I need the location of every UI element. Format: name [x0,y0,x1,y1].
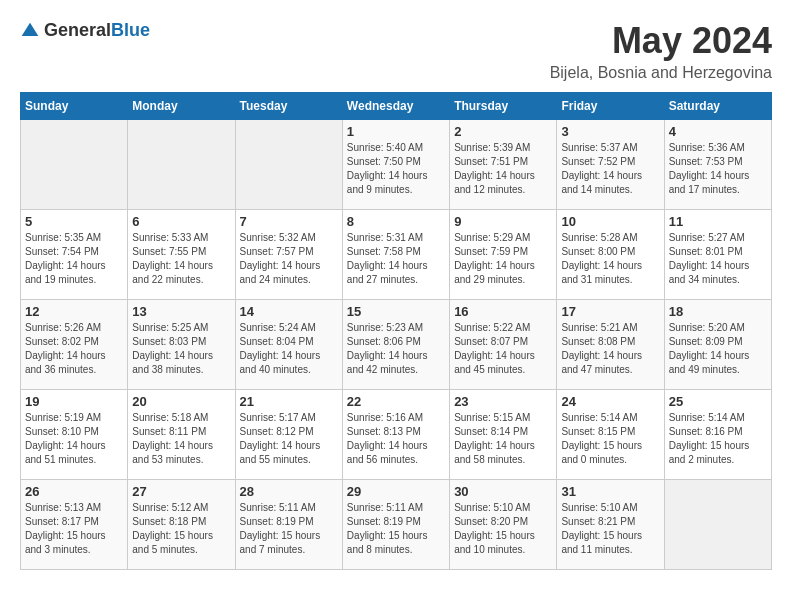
calendar-cell: 8Sunrise: 5:31 AM Sunset: 7:58 PM Daylig… [342,210,449,300]
calendar-cell: 11Sunrise: 5:27 AM Sunset: 8:01 PM Dayli… [664,210,771,300]
day-number: 7 [240,214,338,229]
day-info: Sunrise: 5:19 AM Sunset: 8:10 PM Dayligh… [25,411,123,467]
day-info: Sunrise: 5:18 AM Sunset: 8:11 PM Dayligh… [132,411,230,467]
calendar-cell: 28Sunrise: 5:11 AM Sunset: 8:19 PM Dayli… [235,480,342,570]
day-info: Sunrise: 5:20 AM Sunset: 8:09 PM Dayligh… [669,321,767,377]
day-number: 25 [669,394,767,409]
day-number: 15 [347,304,445,319]
calendar-cell: 24Sunrise: 5:14 AM Sunset: 8:15 PM Dayli… [557,390,664,480]
day-number: 3 [561,124,659,139]
week-row-3: 19Sunrise: 5:19 AM Sunset: 8:10 PM Dayli… [21,390,772,480]
weekday-header-tuesday: Tuesday [235,93,342,120]
day-number: 27 [132,484,230,499]
day-info: Sunrise: 5:39 AM Sunset: 7:51 PM Dayligh… [454,141,552,197]
weekday-header-row: SundayMondayTuesdayWednesdayThursdayFrid… [21,93,772,120]
day-info: Sunrise: 5:11 AM Sunset: 8:19 PM Dayligh… [347,501,445,557]
main-title: May 2024 [550,20,772,62]
day-number: 19 [25,394,123,409]
calendar-cell: 25Sunrise: 5:14 AM Sunset: 8:16 PM Dayli… [664,390,771,480]
day-number: 9 [454,214,552,229]
day-number: 17 [561,304,659,319]
calendar-cell: 15Sunrise: 5:23 AM Sunset: 8:06 PM Dayli… [342,300,449,390]
day-number: 20 [132,394,230,409]
calendar-cell [21,120,128,210]
day-number: 24 [561,394,659,409]
day-number: 21 [240,394,338,409]
day-info: Sunrise: 5:36 AM Sunset: 7:53 PM Dayligh… [669,141,767,197]
calendar-cell: 4Sunrise: 5:36 AM Sunset: 7:53 PM Daylig… [664,120,771,210]
header: GeneralBlue May 2024 Bijela, Bosnia and … [20,20,772,82]
day-info: Sunrise: 5:14 AM Sunset: 8:15 PM Dayligh… [561,411,659,467]
day-info: Sunrise: 5:10 AM Sunset: 8:21 PM Dayligh… [561,501,659,557]
day-info: Sunrise: 5:40 AM Sunset: 7:50 PM Dayligh… [347,141,445,197]
logo-icon [20,21,40,41]
weekday-header-wednesday: Wednesday [342,93,449,120]
day-info: Sunrise: 5:14 AM Sunset: 8:16 PM Dayligh… [669,411,767,467]
day-info: Sunrise: 5:21 AM Sunset: 8:08 PM Dayligh… [561,321,659,377]
day-number: 2 [454,124,552,139]
calendar-cell: 22Sunrise: 5:16 AM Sunset: 8:13 PM Dayli… [342,390,449,480]
calendar-cell: 1Sunrise: 5:40 AM Sunset: 7:50 PM Daylig… [342,120,449,210]
day-number: 13 [132,304,230,319]
weekday-header-thursday: Thursday [450,93,557,120]
day-info: Sunrise: 5:24 AM Sunset: 8:04 PM Dayligh… [240,321,338,377]
calendar-cell: 16Sunrise: 5:22 AM Sunset: 8:07 PM Dayli… [450,300,557,390]
day-info: Sunrise: 5:25 AM Sunset: 8:03 PM Dayligh… [132,321,230,377]
logo-text-general: General [44,20,111,40]
day-info: Sunrise: 5:11 AM Sunset: 8:19 PM Dayligh… [240,501,338,557]
weekday-header-friday: Friday [557,93,664,120]
day-info: Sunrise: 5:35 AM Sunset: 7:54 PM Dayligh… [25,231,123,287]
weekday-header-sunday: Sunday [21,93,128,120]
calendar-cell: 18Sunrise: 5:20 AM Sunset: 8:09 PM Dayli… [664,300,771,390]
calendar-cell: 5Sunrise: 5:35 AM Sunset: 7:54 PM Daylig… [21,210,128,300]
calendar-cell [664,480,771,570]
calendar-cell: 30Sunrise: 5:10 AM Sunset: 8:20 PM Dayli… [450,480,557,570]
calendar-cell: 13Sunrise: 5:25 AM Sunset: 8:03 PM Dayli… [128,300,235,390]
day-info: Sunrise: 5:16 AM Sunset: 8:13 PM Dayligh… [347,411,445,467]
svg-marker-0 [22,22,39,35]
week-row-1: 5Sunrise: 5:35 AM Sunset: 7:54 PM Daylig… [21,210,772,300]
day-number: 8 [347,214,445,229]
week-row-2: 12Sunrise: 5:26 AM Sunset: 8:02 PM Dayli… [21,300,772,390]
calendar-cell: 7Sunrise: 5:32 AM Sunset: 7:57 PM Daylig… [235,210,342,300]
day-number: 1 [347,124,445,139]
day-info: Sunrise: 5:27 AM Sunset: 8:01 PM Dayligh… [669,231,767,287]
day-number: 6 [132,214,230,229]
calendar-cell: 3Sunrise: 5:37 AM Sunset: 7:52 PM Daylig… [557,120,664,210]
day-number: 29 [347,484,445,499]
calendar-cell [128,120,235,210]
calendar-cell [235,120,342,210]
calendar-cell: 21Sunrise: 5:17 AM Sunset: 8:12 PM Dayli… [235,390,342,480]
day-number: 11 [669,214,767,229]
logo: GeneralBlue [20,20,150,41]
calendar-cell: 19Sunrise: 5:19 AM Sunset: 8:10 PM Dayli… [21,390,128,480]
week-row-4: 26Sunrise: 5:13 AM Sunset: 8:17 PM Dayli… [21,480,772,570]
day-info: Sunrise: 5:17 AM Sunset: 8:12 PM Dayligh… [240,411,338,467]
day-info: Sunrise: 5:28 AM Sunset: 8:00 PM Dayligh… [561,231,659,287]
day-number: 5 [25,214,123,229]
day-number: 18 [669,304,767,319]
day-number: 23 [454,394,552,409]
day-number: 12 [25,304,123,319]
day-number: 4 [669,124,767,139]
day-number: 16 [454,304,552,319]
weekday-header-monday: Monday [128,93,235,120]
day-info: Sunrise: 5:23 AM Sunset: 8:06 PM Dayligh… [347,321,445,377]
calendar-cell: 12Sunrise: 5:26 AM Sunset: 8:02 PM Dayli… [21,300,128,390]
calendar-cell: 17Sunrise: 5:21 AM Sunset: 8:08 PM Dayli… [557,300,664,390]
day-number: 14 [240,304,338,319]
day-number: 31 [561,484,659,499]
day-info: Sunrise: 5:29 AM Sunset: 7:59 PM Dayligh… [454,231,552,287]
calendar-cell: 20Sunrise: 5:18 AM Sunset: 8:11 PM Dayli… [128,390,235,480]
sub-title: Bijela, Bosnia and Herzegovina [550,64,772,82]
day-number: 28 [240,484,338,499]
day-info: Sunrise: 5:33 AM Sunset: 7:55 PM Dayligh… [132,231,230,287]
title-block: May 2024 Bijela, Bosnia and Herzegovina [550,20,772,82]
calendar-cell: 23Sunrise: 5:15 AM Sunset: 8:14 PM Dayli… [450,390,557,480]
day-info: Sunrise: 5:31 AM Sunset: 7:58 PM Dayligh… [347,231,445,287]
calendar-cell: 14Sunrise: 5:24 AM Sunset: 8:04 PM Dayli… [235,300,342,390]
calendar-cell: 9Sunrise: 5:29 AM Sunset: 7:59 PM Daylig… [450,210,557,300]
day-info: Sunrise: 5:22 AM Sunset: 8:07 PM Dayligh… [454,321,552,377]
logo-text-blue: Blue [111,20,150,40]
day-info: Sunrise: 5:12 AM Sunset: 8:18 PM Dayligh… [132,501,230,557]
